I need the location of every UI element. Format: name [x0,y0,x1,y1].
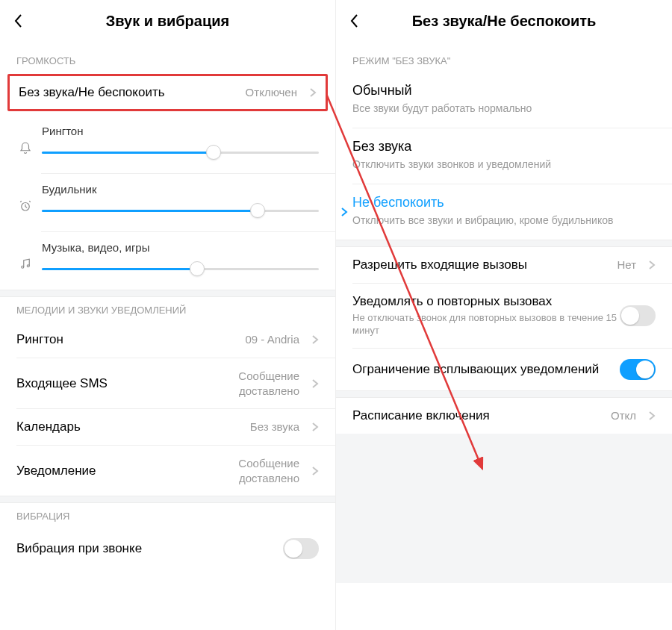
dnd-value: Отключен [246,85,297,100]
vibrate-on-call-row[interactable]: Вибрация при звонке [0,528,335,570]
notification-setting-row[interactable]: Уведомление Сообщение доставлено [0,446,335,496]
mode-normal-title: Обычный [352,83,656,99]
ringtone-slider[interactable] [42,145,319,160]
repeat-calls-label: Уведомлять о повторных вызовах [352,294,620,309]
media-slider-label: Музыка, видео, игры [42,241,319,254]
dnd-row[interactable]: Без звука/Не беспокоить Отключен [10,76,326,109]
section-vibration-label: ВИБРАЦИЯ [0,503,335,528]
mode-silent-title: Без звука [352,139,656,155]
chevron-right-icon [641,411,656,421]
highlight-annotation: Без звука/Не беспокоить Отключен [7,74,328,111]
allow-incoming-value: Нет [617,258,636,272]
calendar-setting-row[interactable]: Календарь Без звука [0,409,335,445]
popup-limit-label: Ограничение всплывающих уведомлений [352,362,620,377]
repeat-calls-row[interactable]: Уведомлять о повторных вызовах Не отключ… [336,284,672,348]
sound-vibration-screen: Звук и вибрация ГРОМКОСТЬ Без звука/Не б… [0,0,336,630]
repeat-calls-toggle[interactable] [620,305,656,326]
notification-setting-label: Уведомление [16,464,180,478]
chevron-right-icon [304,334,319,345]
schedule-row[interactable]: Расписание включения Откл [336,398,672,434]
section-divider [336,240,672,247]
back-button[interactable] [7,6,30,36]
mode-dnd-sub: Отключить все звуки и вибрацию, кроме бу… [352,213,656,228]
chevron-right-icon [337,207,351,217]
vibrate-on-call-toggle[interactable] [283,538,319,559]
section-melodies-label: МЕЛОДИИ И ЗВУКИ УВЕДОМЛЕНИЙ [0,297,335,322]
calendar-setting-value: Без звука [250,420,299,434]
popup-limit-toggle[interactable] [620,359,656,380]
sms-setting-value: Сообщение доставлено [180,369,299,398]
schedule-value: Откл [611,408,636,423]
repeat-calls-sub: Не отключать звонок для повторных вызово… [352,311,620,337]
section-volume-label: ГРОМКОСТЬ [0,42,335,72]
header: Звук и вибрация [0,0,335,42]
sms-setting-row[interactable]: Входящее SMS Сообщение доставлено [0,358,335,408]
section-divider [0,496,335,503]
allow-incoming-row[interactable]: Разрешить входящие вызовы Нет [336,247,672,283]
alarm-clock-icon [16,199,34,213]
popup-limit-row[interactable]: Ограничение всплывающих уведомлений [336,349,672,390]
notification-setting-value: Сообщение доставлено [180,456,299,485]
chevron-left-icon [349,13,360,28]
mode-normal-sub: Все звуки будут работать нормально [352,102,656,116]
dnd-screen: Без звука/Не беспокоить РЕЖИМ "БЕЗ ЗВУКА… [336,0,672,630]
vibrate-on-call-label: Вибрация при звонке [16,541,283,556]
media-slider[interactable] [42,261,319,276]
ringtone-slider-row: Рингтон [0,116,335,173]
section-mode-label: РЕЖИМ "БЕЗ ЗВУКА" [336,42,672,72]
allow-incoming-label: Разрешить входящие вызовы [352,258,617,272]
empty-area [336,434,672,583]
section-divider [336,390,672,398]
svg-point-1 [22,266,24,268]
chevron-right-icon [304,466,319,476]
svg-point-2 [27,265,29,267]
section-divider [0,290,335,297]
ringtone-setting-value: 09 - Andria [245,332,299,347]
page-title: Звук и вибрация [0,13,335,30]
alarm-slider-row: Будильник [0,174,335,231]
ringtone-slider-label: Рингтон [42,125,319,137]
mode-silent-sub: Отключить звуки звонков и уведомлений [352,158,656,172]
ringtone-setting-label: Рингтон [16,332,245,347]
media-slider-row: Музыка, видео, игры [0,232,335,290]
calendar-setting-label: Календарь [16,420,250,434]
sms-setting-label: Входящее SMS [16,376,180,391]
mode-dnd-row[interactable]: Не беспокоить Отключить все звуки и вибр… [336,184,672,240]
mode-silent-row[interactable]: Без звука Отключить звуки звонков и увед… [336,128,672,184]
ringtone-setting-row[interactable]: Рингтон 09 - Andria [0,322,335,358]
page-title: Без звука/Не беспокоить [336,13,672,30]
chevron-right-icon [304,422,319,432]
chevron-right-icon [641,260,656,270]
alarm-slider[interactable] [42,203,319,218]
schedule-label: Расписание включения [352,408,611,423]
header: Без звука/Не беспокоить [336,0,672,42]
music-note-icon [16,258,34,271]
back-button[interactable] [343,6,366,36]
mode-normal-row[interactable]: Обычный Все звуки будут работать нормаль… [336,72,672,128]
chevron-left-icon [13,13,24,28]
mode-dnd-title: Не беспокоить [352,195,656,210]
dnd-label: Без звука/Не беспокоить [19,85,246,100]
chevron-right-icon [304,378,319,389]
alarm-slider-label: Будильник [42,183,319,196]
bell-icon [16,141,34,155]
chevron-right-icon [302,87,317,98]
